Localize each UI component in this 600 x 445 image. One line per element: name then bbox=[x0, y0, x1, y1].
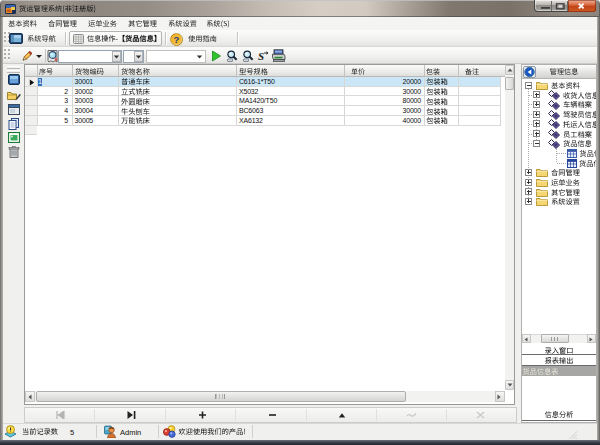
svg-text:S: S bbox=[258, 50, 264, 62]
svg-text:?: ? bbox=[174, 33, 180, 44]
